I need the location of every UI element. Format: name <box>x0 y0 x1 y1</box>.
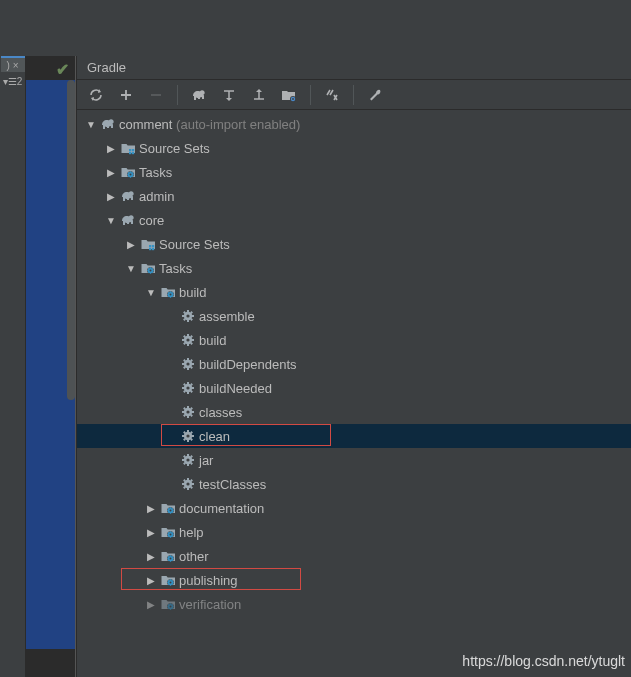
gear-icon <box>179 307 197 325</box>
task-assemble[interactable]: ▶ assemble <box>77 304 631 328</box>
chevron-down-icon[interactable]: ▼ <box>103 215 119 226</box>
task-test-classes[interactable]: ▶ testClasses <box>77 472 631 496</box>
collapse-all-button[interactable] <box>246 83 272 107</box>
folder-cog-icon <box>159 571 177 589</box>
panel-title-text: Gradle <box>87 60 126 75</box>
node-admin[interactable]: ▶ admin <box>77 184 631 208</box>
node-publishing[interactable]: ▶ publishing <box>77 568 631 592</box>
panel-title: Gradle <box>77 56 631 80</box>
editor-scroll-thumb[interactable] <box>67 80 75 400</box>
toggle-offline-button[interactable] <box>319 83 345 107</box>
node-verification[interactable]: ▶ verification <box>77 592 631 616</box>
task-build[interactable]: ▶ build <box>77 328 631 352</box>
folder-cog-icon <box>159 499 177 517</box>
node-build-group[interactable]: ▼ build <box>77 280 631 304</box>
gear-icon <box>179 427 197 445</box>
gear-icon <box>179 403 197 421</box>
pass-mark-icon: ✔ <box>56 60 69 79</box>
editor-gutter: ✔ <box>26 56 76 677</box>
chevron-right-icon[interactable]: ▶ <box>103 167 119 178</box>
remove-button <box>143 83 169 107</box>
show-settings-button[interactable] <box>276 83 302 107</box>
add-button[interactable] <box>113 83 139 107</box>
tree-root-comment[interactable]: ▼ comment (auto-import enabled) <box>77 112 631 136</box>
expand-all-button[interactable] <box>216 83 242 107</box>
node-help[interactable]: ▶ help <box>77 520 631 544</box>
node-tasks[interactable]: ▶ Tasks <box>77 160 631 184</box>
gradle-toolbar <box>77 80 631 110</box>
left-tab-close[interactable]: ) × <box>1 56 25 72</box>
folder-cog-icon <box>159 547 177 565</box>
folder-grid-icon <box>139 235 157 253</box>
elephant-icon <box>99 115 117 133</box>
chevron-down-icon[interactable]: ▼ <box>143 287 159 298</box>
folder-cog-icon <box>159 523 177 541</box>
chevron-right-icon[interactable]: ▶ <box>123 239 139 250</box>
node-core-tasks[interactable]: ▼ Tasks <box>77 256 631 280</box>
gradle-panel: Gradle ▼ comment (auto-import enabled) <box>76 56 631 677</box>
task-clean[interactable]: ▶ clean <box>77 424 631 448</box>
gear-icon <box>179 451 197 469</box>
tree-root-annotation: (auto-import enabled) <box>176 117 300 132</box>
left-tab-structure[interactable]: ▾☰2 <box>3 76 23 87</box>
chevron-right-icon[interactable]: ▶ <box>143 527 159 538</box>
task-build-needed[interactable]: ▶ buildNeeded <box>77 376 631 400</box>
gear-icon <box>179 475 197 493</box>
watermark-text: https://blog.csdn.net/ytuglt <box>462 653 625 669</box>
chevron-down-icon[interactable]: ▼ <box>123 263 139 274</box>
folder-cog-icon <box>159 283 177 301</box>
folder-cog-icon <box>139 259 157 277</box>
node-other[interactable]: ▶ other <box>77 544 631 568</box>
task-jar[interactable]: ▶ jar <box>77 448 631 472</box>
elephant-icon <box>119 211 137 229</box>
gradle-settings-button[interactable] <box>362 83 388 107</box>
node-core-source-sets[interactable]: ▶ Source Sets <box>77 232 631 256</box>
chevron-right-icon[interactable]: ▶ <box>143 503 159 514</box>
gear-icon <box>179 331 197 349</box>
chevron-right-icon[interactable]: ▶ <box>143 575 159 586</box>
node-source-sets[interactable]: ▶ Source Sets <box>77 136 631 160</box>
node-core[interactable]: ▼ core <box>77 208 631 232</box>
folder-grid-icon <box>119 139 137 157</box>
chevron-right-icon[interactable]: ▶ <box>103 143 119 154</box>
refresh-button[interactable] <box>83 83 109 107</box>
gear-icon <box>179 355 197 373</box>
folder-cog-icon <box>159 595 177 613</box>
chevron-right-icon[interactable]: ▶ <box>143 599 159 610</box>
gradle-tree[interactable]: ▼ comment (auto-import enabled) ▶ Source… <box>77 110 631 677</box>
folder-cog-icon <box>119 163 137 181</box>
chevron-right-icon[interactable]: ▶ <box>103 191 119 202</box>
left-tool-strip: ) × ▾☰2 <box>0 56 26 677</box>
gear-icon <box>179 379 197 397</box>
elephant-icon <box>119 187 137 205</box>
node-documentation[interactable]: ▶ documentation <box>77 496 631 520</box>
task-build-dependents[interactable]: ▶ buildDependents <box>77 352 631 376</box>
tree-root-label: comment <box>119 117 172 132</box>
execute-task-button[interactable] <box>186 83 212 107</box>
task-classes[interactable]: ▶ classes <box>77 400 631 424</box>
chevron-right-icon[interactable]: ▶ <box>143 551 159 562</box>
chevron-down-icon[interactable]: ▼ <box>83 119 99 130</box>
